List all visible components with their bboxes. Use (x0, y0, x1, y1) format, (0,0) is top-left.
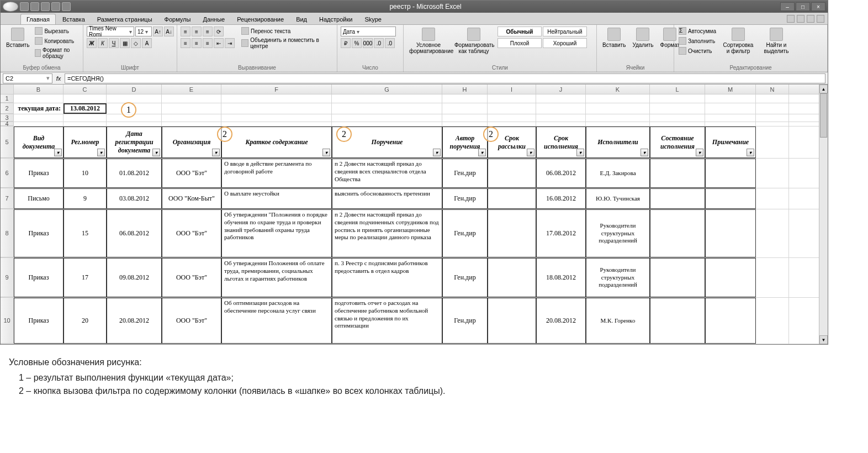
cell[interactable] (650, 122, 705, 126)
filter-button[interactable]: ▾ (97, 149, 105, 156)
cell[interactable]: п. 3 Реестр с подписями работников предо… (332, 258, 442, 297)
cell[interactable]: подготовить отчет о расходах на обеспече… (332, 298, 442, 344)
cell[interactable]: 01.08.2012 (107, 159, 162, 188)
cell[interactable] (488, 159, 536, 188)
format-painter-button[interactable]: Формат по образцу (34, 46, 80, 60)
cell[interactable] (705, 103, 756, 114)
cell[interactable]: ООО "Ком-Быт" (162, 188, 221, 209)
cell[interactable] (705, 114, 756, 122)
filter-button[interactable]: ▾ (54, 149, 62, 156)
cell[interactable] (650, 188, 705, 209)
number-format-combo[interactable]: Дата (341, 27, 396, 36)
cell[interactable]: 15 (63, 209, 107, 257)
border-button[interactable]: ▦ (120, 38, 130, 48)
row-header[interactable]: 2 (1, 103, 14, 114)
format-table-button[interactable]: Форматировать как таблицу (452, 27, 495, 55)
cell[interactable]: 17.08.2012 (536, 209, 586, 257)
column-header-G[interactable]: G (332, 85, 442, 94)
cell[interactable]: Приказ (14, 209, 63, 257)
cell[interactable]: 09.08.2012 (107, 258, 162, 297)
window-restore-icon[interactable] (807, 15, 814, 23)
column-header-N[interactable]: N (756, 85, 789, 94)
cell[interactable]: Руководители структурных подразделений (586, 258, 650, 297)
scroll-down-icon[interactable]: ▼ (819, 335, 828, 344)
row-header[interactable]: 4 (1, 122, 14, 126)
cell[interactable]: Примечание▾ (705, 127, 756, 158)
cell[interactable] (705, 298, 756, 344)
cell[interactable]: Ген.дир (442, 159, 488, 188)
cell[interactable] (586, 94, 650, 103)
row-header[interactable]: 6 (1, 159, 14, 188)
column-header-J[interactable]: J (536, 85, 586, 94)
orientation-icon[interactable]: ⟳ (214, 27, 224, 36)
cell[interactable]: Срок исполнения▾ (536, 127, 586, 158)
cell[interactable] (756, 114, 789, 122)
cell[interactable]: Дата регистрации документа▾ (107, 127, 162, 158)
fill-color-button[interactable]: ◇ (131, 38, 141, 48)
cell[interactable] (162, 114, 221, 122)
cell[interactable]: Ген.дир (442, 188, 488, 209)
column-header-M[interactable]: M (705, 85, 756, 94)
align-left-icon[interactable]: ≡ (181, 38, 190, 48)
cell[interactable] (221, 122, 332, 126)
tab-layout[interactable]: Разметка страницы (92, 14, 158, 24)
increase-font-icon[interactable]: A↑ (153, 27, 163, 36)
column-header-K[interactable]: K (586, 85, 650, 94)
find-select-button[interactable]: Найти и выделить (759, 27, 793, 55)
delete-cells-button[interactable]: Удалить (630, 27, 655, 49)
cell[interactable] (162, 122, 221, 126)
font-name-combo[interactable]: Times New Romi (87, 27, 134, 36)
tab-review[interactable]: Рецензирование (231, 14, 289, 24)
scroll-thumb[interactable] (820, 93, 827, 138)
column-header-E[interactable]: E (162, 85, 221, 94)
cut-button[interactable]: Вырезать (34, 27, 80, 35)
clear-button[interactable]: Очистить (678, 46, 717, 55)
cell[interactable]: Об утверждении "Положения о порядке обуч… (221, 209, 332, 257)
cell[interactable] (107, 122, 162, 126)
cell[interactable] (221, 103, 332, 114)
align-bottom-icon[interactable]: ≡ (203, 27, 213, 36)
window-close-icon[interactable] (817, 15, 824, 23)
insert-cells-button[interactable]: Вставить (600, 27, 628, 49)
cell[interactable] (586, 103, 650, 114)
cell[interactable]: Ген.дир (442, 258, 488, 297)
thousands-icon[interactable]: 000 (363, 38, 373, 48)
qat-redo-icon[interactable] (41, 2, 50, 11)
tab-formulas[interactable]: Формулы (159, 14, 197, 24)
cell[interactable] (586, 114, 650, 122)
tab-data[interactable]: Данные (197, 14, 230, 24)
wrap-text-button[interactable]: Перенос текста (240, 27, 334, 35)
tab-view[interactable]: Вид (290, 14, 313, 24)
cell[interactable]: Руководители структурных подразделений (586, 209, 650, 257)
cell[interactable]: М.К. Горенко (586, 298, 650, 344)
cell[interactable]: п 2 Довести настоящий приказ до сведения… (332, 159, 442, 188)
name-box[interactable]: C2 (3, 73, 52, 83)
filter-button[interactable]: ▾ (527, 149, 534, 156)
cell[interactable]: ООО "Бэт" (162, 209, 221, 257)
cell[interactable] (221, 114, 332, 122)
cell[interactable]: Ген.дир (442, 209, 488, 257)
cell[interactable]: Ген.дир (442, 298, 488, 344)
indent-dec-icon[interactable]: ⇤ (214, 38, 224, 48)
minimize-button[interactable]: – (780, 2, 795, 11)
cell[interactable]: 9 (63, 188, 107, 209)
cell[interactable]: Приказ (14, 298, 63, 344)
column-header-H[interactable]: H (442, 85, 488, 94)
cell[interactable]: Поручение▾ (332, 127, 442, 158)
cell[interactable]: 10 (63, 159, 107, 188)
cell[interactable]: 17 (63, 258, 107, 297)
cell[interactable] (650, 94, 705, 103)
cell[interactable]: О выплате неустойки (221, 188, 332, 209)
column-header-D[interactable]: D (107, 85, 162, 94)
bold-button[interactable]: Ж (87, 38, 97, 48)
cell[interactable]: Приказ (14, 258, 63, 297)
cell[interactable] (536, 122, 586, 126)
cell[interactable]: 06.08.2012 (536, 159, 586, 188)
cell[interactable] (650, 114, 705, 122)
cell[interactable] (536, 103, 586, 114)
filter-button[interactable]: ▾ (212, 149, 220, 156)
cell[interactable]: выяснить обоснованность претензии (332, 188, 442, 209)
cell[interactable] (705, 209, 756, 257)
row-header[interactable]: 8 (1, 209, 14, 257)
filter-button[interactable]: ▾ (576, 149, 584, 156)
